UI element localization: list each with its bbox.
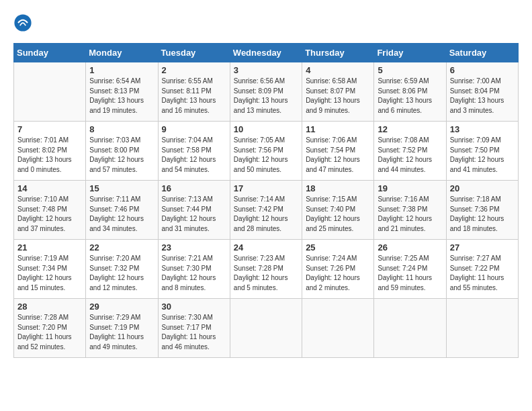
day-info: Sunrise: 7:19 AM Sunset: 7:34 PM Dayligh…	[17, 254, 82, 293]
day-cell	[14, 62, 86, 122]
day-cell: 21Sunrise: 7:19 AM Sunset: 7:34 PM Dayli…	[14, 240, 86, 299]
day-number: 9	[162, 124, 226, 134]
header-monday: Monday	[86, 44, 158, 62]
day-number: 27	[450, 242, 515, 253]
day-info: Sunrise: 7:03 AM Sunset: 8:00 PM Dayligh…	[89, 136, 154, 175]
day-info: Sunrise: 7:23 AM Sunset: 7:28 PM Dayligh…	[234, 254, 298, 293]
header-friday: Friday	[374, 44, 446, 62]
day-cell: 20Sunrise: 7:18 AM Sunset: 7:36 PM Dayli…	[446, 181, 518, 240]
week-row-3: 14Sunrise: 7:10 AM Sunset: 7:48 PM Dayli…	[14, 181, 519, 240]
day-info: Sunrise: 7:21 AM Sunset: 7:30 PM Dayligh…	[162, 254, 226, 293]
day-cell: 26Sunrise: 7:25 AM Sunset: 7:24 PM Dayli…	[374, 240, 446, 299]
day-cell: 3Sunrise: 6:56 AM Sunset: 8:09 PM Daylig…	[230, 62, 302, 122]
day-number: 28	[17, 302, 82, 312]
day-cell: 15Sunrise: 7:11 AM Sunset: 7:46 PM Dayli…	[86, 181, 158, 240]
day-cell: 13Sunrise: 7:09 AM Sunset: 7:50 PM Dayli…	[446, 122, 518, 181]
day-number: 19	[378, 183, 442, 193]
day-number: 5	[378, 65, 442, 75]
day-cell: 28Sunrise: 7:28 AM Sunset: 7:20 PM Dayli…	[14, 299, 86, 358]
day-cell	[446, 299, 518, 358]
day-cell: 16Sunrise: 7:13 AM Sunset: 7:44 PM Dayli…	[158, 181, 230, 240]
day-number: 15	[89, 183, 154, 193]
header-wednesday: Wednesday	[230, 44, 302, 62]
day-info: Sunrise: 7:05 AM Sunset: 7:56 PM Dayligh…	[234, 136, 298, 175]
day-cell: 2Sunrise: 6:55 AM Sunset: 8:11 PM Daylig…	[158, 62, 230, 122]
day-info: Sunrise: 6:59 AM Sunset: 8:06 PM Dayligh…	[378, 77, 442, 116]
day-info: Sunrise: 7:08 AM Sunset: 7:52 PM Dayligh…	[378, 136, 442, 175]
logo-icon	[13, 13, 32, 32]
day-number: 22	[89, 242, 154, 253]
day-number: 20	[450, 183, 515, 193]
day-info: Sunrise: 7:28 AM Sunset: 7:20 PM Dayligh…	[17, 313, 82, 352]
day-number: 8	[89, 124, 154, 134]
day-info: Sunrise: 7:20 AM Sunset: 7:32 PM Dayligh…	[89, 254, 154, 293]
day-info: Sunrise: 7:29 AM Sunset: 7:19 PM Dayligh…	[89, 313, 154, 352]
day-cell: 24Sunrise: 7:23 AM Sunset: 7:28 PM Dayli…	[230, 240, 302, 299]
day-number: 17	[234, 183, 298, 193]
day-info: Sunrise: 7:01 AM Sunset: 8:02 PM Dayligh…	[17, 136, 82, 175]
day-cell: 1Sunrise: 6:54 AM Sunset: 8:13 PM Daylig…	[86, 62, 158, 122]
day-cell: 27Sunrise: 7:27 AM Sunset: 7:22 PM Dayli…	[446, 240, 518, 299]
day-info: Sunrise: 7:06 AM Sunset: 7:54 PM Dayligh…	[306, 136, 370, 175]
day-number: 10	[234, 124, 298, 134]
day-number: 21	[17, 242, 82, 253]
day-cell: 17Sunrise: 7:14 AM Sunset: 7:42 PM Dayli…	[230, 181, 302, 240]
day-info: Sunrise: 7:14 AM Sunset: 7:42 PM Dayligh…	[234, 195, 298, 234]
week-row-4: 21Sunrise: 7:19 AM Sunset: 7:34 PM Dayli…	[14, 240, 519, 299]
day-number: 30	[162, 302, 226, 312]
day-cell	[230, 299, 302, 358]
day-number: 7	[17, 124, 82, 134]
day-number: 24	[234, 242, 298, 253]
day-cell: 19Sunrise: 7:16 AM Sunset: 7:38 PM Dayli…	[374, 181, 446, 240]
header-saturday: Saturday	[446, 44, 518, 62]
day-info: Sunrise: 7:15 AM Sunset: 7:40 PM Dayligh…	[306, 195, 370, 234]
day-cell: 18Sunrise: 7:15 AM Sunset: 7:40 PM Dayli…	[302, 181, 374, 240]
day-number: 16	[162, 183, 226, 193]
day-cell: 7Sunrise: 7:01 AM Sunset: 8:02 PM Daylig…	[14, 122, 86, 181]
day-number: 25	[306, 242, 370, 253]
day-info: Sunrise: 7:24 AM Sunset: 7:26 PM Dayligh…	[306, 254, 370, 293]
day-info: Sunrise: 7:18 AM Sunset: 7:36 PM Dayligh…	[450, 195, 515, 234]
week-row-1: 1Sunrise: 6:54 AM Sunset: 8:13 PM Daylig…	[14, 62, 519, 122]
day-number: 23	[162, 242, 226, 253]
day-number: 26	[378, 242, 442, 253]
day-info: Sunrise: 7:10 AM Sunset: 7:48 PM Dayligh…	[17, 195, 82, 234]
day-info: Sunrise: 7:16 AM Sunset: 7:38 PM Dayligh…	[378, 195, 442, 234]
week-row-5: 28Sunrise: 7:28 AM Sunset: 7:20 PM Dayli…	[14, 299, 519, 358]
day-cell	[374, 299, 446, 358]
day-number: 4	[306, 65, 370, 75]
header-sunday: Sunday	[14, 44, 86, 62]
day-number: 12	[378, 124, 442, 134]
day-info: Sunrise: 7:09 AM Sunset: 7:50 PM Dayligh…	[450, 136, 515, 175]
day-cell: 12Sunrise: 7:08 AM Sunset: 7:52 PM Dayli…	[374, 122, 446, 181]
day-info: Sunrise: 7:13 AM Sunset: 7:44 PM Dayligh…	[162, 195, 226, 234]
day-info: Sunrise: 7:00 AM Sunset: 8:04 PM Dayligh…	[450, 77, 515, 116]
day-cell: 8Sunrise: 7:03 AM Sunset: 8:00 PM Daylig…	[86, 122, 158, 181]
day-info: Sunrise: 6:54 AM Sunset: 8:13 PM Dayligh…	[89, 77, 154, 116]
day-cell: 29Sunrise: 7:29 AM Sunset: 7:19 PM Dayli…	[86, 299, 158, 358]
day-cell: 14Sunrise: 7:10 AM Sunset: 7:48 PM Dayli…	[14, 181, 86, 240]
day-info: Sunrise: 7:25 AM Sunset: 7:24 PM Dayligh…	[378, 254, 442, 293]
day-cell: 6Sunrise: 7:00 AM Sunset: 8:04 PM Daylig…	[446, 62, 518, 122]
day-number: 14	[17, 183, 82, 193]
calendar-table: SundayMondayTuesdayWednesdayThursdayFrid…	[13, 43, 519, 358]
day-info: Sunrise: 7:04 AM Sunset: 7:58 PM Dayligh…	[162, 136, 226, 175]
day-cell	[302, 299, 374, 358]
day-cell: 11Sunrise: 7:06 AM Sunset: 7:54 PM Dayli…	[302, 122, 374, 181]
day-cell: 22Sunrise: 7:20 AM Sunset: 7:32 PM Dayli…	[86, 240, 158, 299]
day-number: 3	[234, 65, 298, 75]
day-info: Sunrise: 7:27 AM Sunset: 7:22 PM Dayligh…	[450, 254, 515, 293]
day-cell: 4Sunrise: 6:58 AM Sunset: 8:07 PM Daylig…	[302, 62, 374, 122]
day-number: 6	[450, 65, 515, 75]
page-header	[13, 13, 519, 32]
day-info: Sunrise: 6:58 AM Sunset: 8:07 PM Dayligh…	[306, 77, 370, 116]
week-row-2: 7Sunrise: 7:01 AM Sunset: 8:02 PM Daylig…	[14, 122, 519, 181]
day-number: 1	[89, 65, 154, 75]
day-cell: 9Sunrise: 7:04 AM Sunset: 7:58 PM Daylig…	[158, 122, 230, 181]
day-number: 29	[89, 302, 154, 312]
day-number: 13	[450, 124, 515, 134]
day-cell: 30Sunrise: 7:30 AM Sunset: 7:17 PM Dayli…	[158, 299, 230, 358]
calendar-header-row: SundayMondayTuesdayWednesdayThursdayFrid…	[14, 44, 519, 62]
day-number: 18	[306, 183, 370, 193]
day-info: Sunrise: 7:11 AM Sunset: 7:46 PM Dayligh…	[89, 195, 154, 234]
